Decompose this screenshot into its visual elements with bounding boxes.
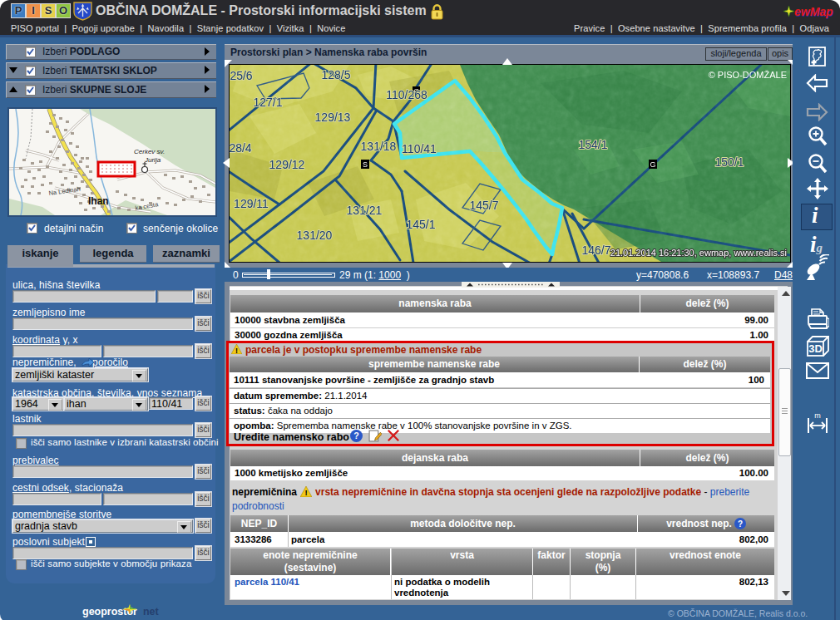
svg-text:21.01.2014 16:21:30, ewmap, ww: 21.01.2014 16:21:30, ewmap, www.realis.s… bbox=[610, 248, 787, 258]
svg-text:146/7: 146/7 bbox=[581, 244, 610, 257]
svg-text:G: G bbox=[650, 160, 655, 169]
svg-text:110/41: 110/41 bbox=[402, 142, 437, 155]
svg-text:3D: 3D bbox=[808, 342, 823, 355]
svg-text:128/5: 128/5 bbox=[321, 68, 350, 81]
svg-text:154/1: 154/1 bbox=[578, 138, 607, 151]
svg-text:129/12: 129/12 bbox=[269, 158, 305, 171]
svg-text:127/1: 127/1 bbox=[253, 96, 282, 109]
svg-text:!: ! bbox=[235, 347, 238, 355]
svg-text:129/11: 129/11 bbox=[234, 197, 269, 210]
svg-text:150/1: 150/1 bbox=[714, 155, 744, 169]
svg-text:Na Ledinah: Na Ledinah bbox=[48, 185, 81, 197]
svg-text:145/1: 145/1 bbox=[406, 218, 435, 231]
svg-text:S: S bbox=[363, 160, 368, 169]
svg-text:129/13: 129/13 bbox=[315, 111, 351, 124]
svg-text:Ihan: Ihan bbox=[88, 195, 109, 207]
svg-text:Cerkev sv.: Cerkev sv. bbox=[134, 148, 165, 155]
svg-text:131/21: 131/21 bbox=[347, 204, 383, 217]
svg-text:Jurija: Jurija bbox=[144, 156, 161, 164]
svg-text:© PISO-DOMŽALE: © PISO-DOMŽALE bbox=[709, 70, 787, 80]
svg-text:131/18: 131/18 bbox=[361, 140, 397, 153]
svg-text:25/6: 25/6 bbox=[230, 69, 252, 82]
svg-text:?: ? bbox=[738, 519, 743, 529]
svg-text:!: ! bbox=[304, 488, 307, 497]
svg-text:28/4: 28/4 bbox=[230, 141, 252, 155]
svg-text:145/7: 145/7 bbox=[469, 199, 498, 212]
svg-text:110/268: 110/268 bbox=[386, 88, 427, 101]
svg-text:131/20: 131/20 bbox=[297, 229, 333, 242]
svg-text:?: ? bbox=[353, 431, 359, 440]
svg-text:m: m bbox=[814, 411, 821, 420]
